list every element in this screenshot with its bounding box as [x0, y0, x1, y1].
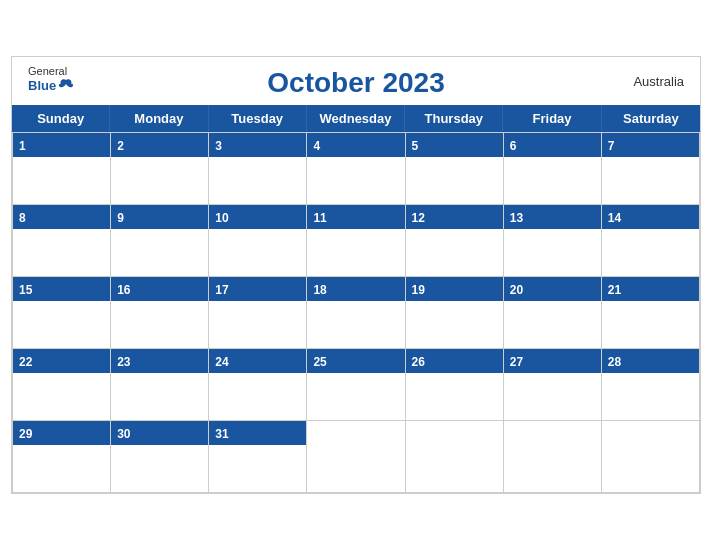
day-number: 28 — [608, 355, 621, 369]
day-number: 16 — [117, 283, 130, 297]
day-number-row: 5 — [406, 133, 503, 157]
day-number: 23 — [117, 355, 130, 369]
day-number-row: 6 — [504, 133, 601, 157]
day-number-row: 27 — [504, 349, 601, 373]
day-number-row: 29 — [13, 421, 110, 445]
day-number: 17 — [215, 283, 228, 297]
day-header-thursday: Thursday — [405, 105, 503, 132]
day-number: 18 — [313, 283, 326, 297]
day-number: 29 — [19, 427, 32, 441]
day-number: 27 — [510, 355, 523, 369]
day-number-row: 19 — [406, 277, 503, 301]
day-number-row: 17 — [209, 277, 306, 301]
day-number: 4 — [313, 139, 320, 153]
day-number-row: 14 — [602, 205, 699, 229]
day-number: 31 — [215, 427, 228, 441]
day-number: 25 — [313, 355, 326, 369]
page-title: October 2023 — [267, 67, 444, 99]
day-number: 1 — [19, 139, 26, 153]
day-header-saturday: Saturday — [602, 105, 700, 132]
day-cell: 21 — [602, 277, 700, 349]
day-cell: 14 — [602, 205, 700, 277]
day-cell: 1 — [13, 133, 111, 205]
day-number: 24 — [215, 355, 228, 369]
day-number-row — [307, 421, 404, 437]
day-header-sunday: Sunday — [12, 105, 110, 132]
day-cell: 20 — [504, 277, 602, 349]
day-number-row: 11 — [307, 205, 404, 229]
day-number: 11 — [313, 211, 326, 225]
day-number: 21 — [608, 283, 621, 297]
day-header-wednesday: Wednesday — [307, 105, 405, 132]
day-number-row: 24 — [209, 349, 306, 373]
country-label: Australia — [633, 74, 684, 89]
day-number-row: 20 — [504, 277, 601, 301]
day-header-monday: Monday — [110, 105, 208, 132]
day-number-row: 10 — [209, 205, 306, 229]
day-cell: 27 — [504, 349, 602, 421]
day-cell — [307, 421, 405, 493]
day-number-row: 9 — [111, 205, 208, 229]
day-cell: 9 — [111, 205, 209, 277]
day-cell: 25 — [307, 349, 405, 421]
day-number-row: 25 — [307, 349, 404, 373]
day-number: 3 — [215, 139, 222, 153]
day-cell: 15 — [13, 277, 111, 349]
day-cell: 24 — [209, 349, 307, 421]
day-number-row — [504, 421, 601, 437]
logo-bird-icon — [58, 78, 74, 94]
day-cell: 10 — [209, 205, 307, 277]
day-cell: 28 — [602, 349, 700, 421]
day-number: 26 — [412, 355, 425, 369]
day-number-row — [406, 421, 503, 437]
day-number-row: 12 — [406, 205, 503, 229]
day-number: 19 — [412, 283, 425, 297]
day-header-friday: Friday — [503, 105, 601, 132]
day-number: 10 — [215, 211, 228, 225]
day-cell: 30 — [111, 421, 209, 493]
day-headers: SundayMondayTuesdayWednesdayThursdayFrid… — [12, 105, 700, 132]
day-number: 2 — [117, 139, 124, 153]
day-cell: 2 — [111, 133, 209, 205]
day-number: 8 — [19, 211, 26, 225]
day-cell — [504, 421, 602, 493]
day-number-row: 4 — [307, 133, 404, 157]
day-cell: 31 — [209, 421, 307, 493]
day-number-row: 30 — [111, 421, 208, 445]
day-cell: 13 — [504, 205, 602, 277]
day-number-row: 7 — [602, 133, 699, 157]
day-number-row: 2 — [111, 133, 208, 157]
day-number: 30 — [117, 427, 130, 441]
day-number-row: 26 — [406, 349, 503, 373]
day-number-row: 31 — [209, 421, 306, 445]
day-number: 13 — [510, 211, 523, 225]
day-number-row: 22 — [13, 349, 110, 373]
day-number-row: 1 — [13, 133, 110, 157]
day-cell: 29 — [13, 421, 111, 493]
day-cell: 11 — [307, 205, 405, 277]
day-number-row: 21 — [602, 277, 699, 301]
day-number-row: 16 — [111, 277, 208, 301]
day-header-tuesday: Tuesday — [209, 105, 307, 132]
day-number-row — [602, 421, 699, 437]
day-cell: 17 — [209, 277, 307, 349]
day-cell: 8 — [13, 205, 111, 277]
day-number: 14 — [608, 211, 621, 225]
day-cell: 18 — [307, 277, 405, 349]
day-cell: 3 — [209, 133, 307, 205]
day-cell: 22 — [13, 349, 111, 421]
day-cell — [602, 421, 700, 493]
day-number-row: 8 — [13, 205, 110, 229]
day-number: 15 — [19, 283, 32, 297]
day-number: 12 — [412, 211, 425, 225]
day-number-row: 13 — [504, 205, 601, 229]
day-number: 6 — [510, 139, 517, 153]
day-number-row: 23 — [111, 349, 208, 373]
logo: General Blue — [28, 65, 74, 94]
day-number: 20 — [510, 283, 523, 297]
day-cell: 19 — [406, 277, 504, 349]
day-cell: 12 — [406, 205, 504, 277]
day-cell: 16 — [111, 277, 209, 349]
day-cell: 23 — [111, 349, 209, 421]
calendar-grid: 1234567891011121314151617181920212223242… — [12, 132, 700, 493]
